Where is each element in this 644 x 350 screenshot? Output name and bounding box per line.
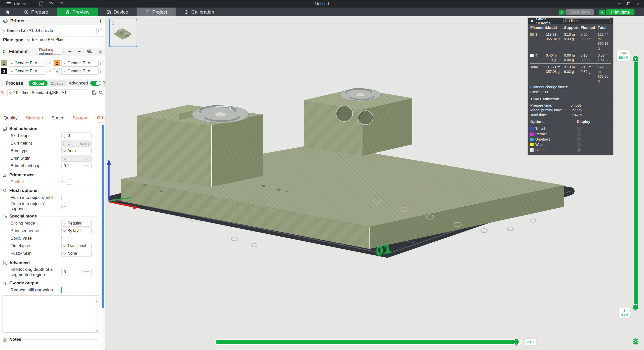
legend-row-wipe: Wipe (530, 142, 611, 147)
redo-icon[interactable] (58, 1, 65, 7)
travel-display-checkbox[interactable] (577, 127, 581, 131)
filament-slot-2: 2 Generic PLA (54, 60, 104, 67)
minimize-icon[interactable] (615, 1, 623, 7)
search-preset-icon[interactable] (99, 90, 103, 95)
layers-view-button[interactable] (632, 338, 640, 345)
spiral-vase-checkbox[interactable] (61, 236, 62, 241)
wipe-display-checkbox[interactable] (577, 143, 581, 147)
retract-display-checkbox[interactable] (577, 132, 581, 136)
tab-speed[interactable]: Speed (51, 115, 64, 121)
scroll-down-icon[interactable] (96, 330, 98, 331)
viewport-3d[interactable]: 01 01 1 Color Scheme Filament (105, 16, 644, 350)
skirt-loops-input[interactable]: 0 (61, 133, 92, 139)
filament-slot-3: 3 Generic PLA (1, 68, 52, 75)
tab-prepare[interactable]: Prepare (16, 8, 57, 16)
prime-tower-enable-checkbox[interactable] (67, 180, 72, 185)
sidebar-scrollbar[interactable] (101, 124, 105, 350)
tab-support[interactable]: Support (73, 115, 89, 121)
layer-slider-track[interactable] (634, 58, 638, 307)
tab-preview[interactable]: Preview (57, 8, 98, 16)
skirt-height-input[interactable]: 1layers (61, 140, 92, 147)
add-filament-button[interactable]: + (68, 49, 71, 54)
ams-icon[interactable] (87, 49, 92, 54)
textarea-scrollbar[interactable] (95, 296, 99, 332)
hamburger-icon[interactable] (7, 2, 11, 5)
filament-2-edit-icon[interactable] (100, 61, 104, 65)
reset-preset-icon[interactable]: ↻ (1, 90, 5, 96)
layer-slider-top-handle[interactable]: + (632, 55, 639, 62)
undo-modified-icon[interactable]: ↻ (61, 180, 65, 185)
print-sequence-select[interactable]: By layer (61, 228, 92, 234)
move-slider-handle[interactable] (514, 338, 519, 345)
printer-settings-gear-icon[interactable] (97, 19, 102, 23)
scrollbar-thumb[interactable] (102, 125, 104, 308)
move-slider-track[interactable] (215, 339, 522, 345)
color-scheme-select[interactable]: Filament (563, 18, 611, 23)
filament-3-select[interactable]: Generic PLA (9, 68, 46, 75)
collapse-panel-icon[interactable] (530, 19, 534, 23)
process-preset-select[interactable]: * 0.20mm Standard @BBL A1 (7, 89, 89, 96)
filament-4-swatch[interactable]: 4 (54, 68, 60, 74)
file-menu[interactable]: File (14, 2, 20, 6)
filament-1-select[interactable]: Generic PLA (9, 60, 46, 67)
filament-settings-gear-icon[interactable] (97, 49, 102, 54)
global-objects-toggle[interactable]: Global Objects (29, 80, 66, 86)
spinner-icon[interactable] (64, 134, 65, 138)
plate-thumbnail[interactable]: 1 (109, 19, 137, 47)
tab-project[interactable]: Project (137, 8, 176, 16)
filament-1-swatch[interactable]: 1 (1, 60, 7, 66)
tab-calibration[interactable]: Calibration (176, 8, 223, 16)
filament-3-edit-icon[interactable] (47, 69, 52, 73)
file-menu-chevron-icon[interactable] (23, 2, 26, 5)
printer-preset-select[interactable]: Bambu Lab A1 0.4 nozzle (1, 27, 97, 34)
brim-object-gap-input[interactable]: 0.1mm (61, 163, 92, 169)
slice-plate-button[interactable]: Slice plate (566, 9, 594, 15)
undo-icon[interactable] (48, 1, 55, 7)
brim-width-input[interactable]: 5mm (61, 155, 92, 162)
brim-type-select[interactable]: Auto (61, 148, 92, 154)
brim-object-gap-label: Brim-object gap (11, 163, 61, 168)
global-segment[interactable]: Global (29, 80, 48, 86)
reduce-infill-retraction-checkbox[interactable] (61, 287, 62, 293)
filament-3-swatch[interactable]: 3 (1, 68, 7, 74)
printer-edit-icon[interactable] (98, 28, 103, 32)
home-tab[interactable] (0, 8, 16, 16)
flush-support-checkbox[interactable] (61, 204, 62, 209)
fuzzy-skin-select[interactable]: None (61, 250, 92, 257)
tab-device-label: Device (113, 9, 128, 15)
remove-filament-button[interactable]: − (77, 49, 81, 54)
flush-infill-checkbox[interactable] (61, 195, 62, 200)
model-right-tower[interactable] (304, 89, 412, 156)
layer-slider-bottom-handle[interactable] (632, 304, 639, 310)
unretract-display-checkbox[interactable] (577, 137, 581, 141)
objects-segment[interactable]: Objects (48, 81, 66, 85)
plate-type-select[interactable]: Textured PEI Plate (25, 36, 104, 43)
filament-4-edit-icon[interactable] (100, 69, 104, 73)
advanced-label: Advanced (69, 81, 88, 86)
flushing-volumes-button[interactable]: Flushing volumes (36, 49, 64, 55)
slice-stats-panel: Color Scheme Filament FilamentModelSuppo… (528, 18, 613, 155)
timelapse-select[interactable]: Traditional (61, 243, 92, 249)
scroll-up-icon[interactable] (95, 296, 98, 302)
post-processing-input[interactable] (3, 295, 99, 333)
print-dropdown-button[interactable] (599, 10, 605, 15)
filament-2-select[interactable]: Generic PLA (61, 60, 99, 67)
filament-1-edit-icon[interactable] (47, 61, 52, 65)
advanced-toggle[interactable] (90, 81, 100, 86)
tab-quality[interactable]: Quality (4, 115, 18, 121)
interlocking-depth-input[interactable]: 0mm (61, 269, 92, 275)
filament-2-swatch[interactable]: 2 (54, 60, 60, 66)
model-left-tower[interactable] (137, 105, 263, 187)
tab-device[interactable]: Device (98, 8, 137, 16)
close-icon[interactable]: × (634, 1, 642, 7)
title-bar: File Untitled × (0, 0, 644, 8)
print-plate-button[interactable]: Print plate (606, 9, 634, 15)
save-file-icon[interactable] (38, 1, 45, 7)
tab-strength[interactable]: Strength (26, 115, 43, 121)
slicing-mode-select[interactable]: Regular (61, 220, 92, 227)
filament-4-select[interactable]: Generic PLA (61, 68, 99, 75)
slice-dropdown-button[interactable] (559, 10, 565, 15)
seams-display-checkbox[interactable] (577, 148, 581, 152)
save-preset-icon[interactable] (92, 90, 97, 95)
maximize-icon[interactable] (625, 1, 632, 7)
